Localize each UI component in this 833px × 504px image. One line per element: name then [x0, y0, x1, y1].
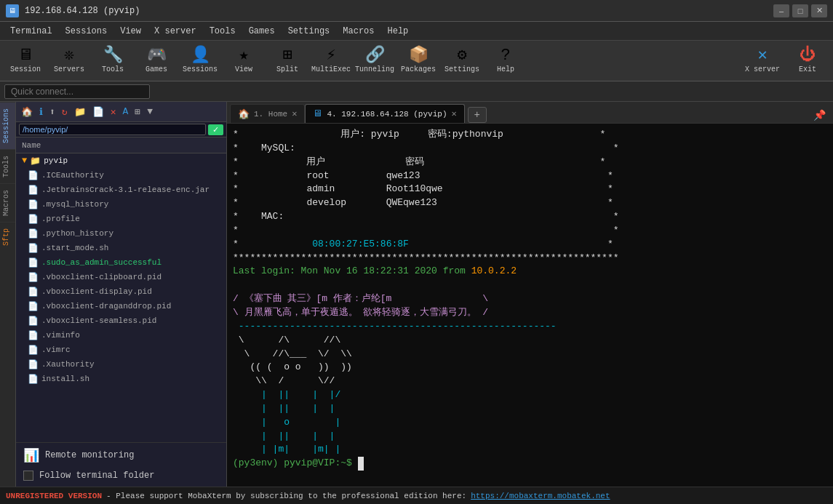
- terminal-area: 🏠 1. Home ✕ 🖥 4. 192.168.64.128 (pyvip) …: [227, 102, 833, 487]
- list-item[interactable]: 📄.vboxclient-seamless.pid: [16, 313, 226, 328]
- toolbar-btn-x-server[interactable]: ✕X server: [741, 43, 784, 79]
- view-icon: ★: [239, 48, 248, 64]
- toolbar-btn-servers[interactable]: ❊Servers: [48, 43, 90, 79]
- main-layout: Sessions Tools Macros Sftp 🏠 ℹ ⬆ ↻ 📁 📄 ✕…: [0, 102, 833, 487]
- list-item[interactable]: 📄.vboxclient-clipboard.pid: [16, 270, 226, 284]
- ssh-tab-icon: 🖥: [313, 108, 322, 119]
- remote-monitoring[interactable]: 📊 Remote monitoring: [16, 443, 226, 468]
- follow-terminal-checkbox[interactable]: [23, 471, 33, 481]
- toolbar-btn-games[interactable]: 🎮Games: [135, 43, 178, 79]
- monitor-icon: 📊: [23, 447, 39, 463]
- path-ok-button[interactable]: ✓: [208, 124, 223, 135]
- list-item[interactable]: 📄.mysql_history: [16, 197, 226, 212]
- toolbar-btn-exit[interactable]: ⏻Exit: [786, 43, 829, 79]
- fb-more-btn[interactable]: ▼: [145, 105, 155, 119]
- toolbar-btn-session[interactable]: 🖥Session: [4, 43, 47, 79]
- fb-text-btn[interactable]: A: [120, 105, 130, 119]
- tab-home-close[interactable]: ✕: [292, 108, 297, 119]
- list-item[interactable]: 📄.Xauthority: [16, 357, 226, 372]
- toolbar-btn-view[interactable]: ★View: [223, 43, 265, 79]
- menu-item-help[interactable]: Help: [382, 25, 415, 38]
- window-controls: – □ ✕: [773, 4, 827, 17]
- fb-info-btn[interactable]: ℹ: [37, 105, 45, 119]
- list-item[interactable]: 📄.vimrc: [16, 343, 226, 357]
- help-icon: ?: [501, 48, 510, 64]
- tab-ssh-close[interactable]: ✕: [451, 108, 456, 119]
- tab-pin-icon[interactable]: 📌: [809, 108, 830, 123]
- quick-connect-bar: [0, 81, 833, 102]
- list-item[interactable]: ▼ 📁 pyvip: [16, 153, 226, 168]
- title-bar-left: 🖥 192.168.64.128 (pyvip): [6, 4, 140, 17]
- list-item[interactable]: 📄.profile: [16, 212, 226, 226]
- session-icon: 🖥: [17, 48, 33, 64]
- tab-home[interactable]: 🏠 1. Home ✕: [230, 104, 305, 123]
- fb-refresh-btn[interactable]: ↻: [60, 105, 70, 119]
- file-browser-toolbar: 🏠 ℹ ⬆ ↻ 📁 📄 ✕ A ⊞ ▼: [16, 102, 226, 122]
- list-item[interactable]: 📄.sudo_as_admin_successful: [16, 255, 226, 270]
- fb-new-file-btn[interactable]: 📄: [90, 105, 106, 119]
- quick-connect-input[interactable]: [4, 84, 150, 99]
- tools-icon: 🔧: [103, 48, 123, 64]
- sidebar-tab-sftp[interactable]: Sftp: [0, 222, 15, 252]
- list-item[interactable]: 📄install.sh: [16, 372, 226, 386]
- list-item[interactable]: 📄.vboxclient-display.pid: [16, 284, 226, 299]
- toolbar-right: ✕X server⏻Exit: [741, 43, 829, 79]
- menu-item-terminal[interactable]: Terminal: [4, 25, 58, 38]
- sidebar-tab-sessions[interactable]: Sessions: [0, 102, 15, 149]
- toolbar-btn-settings[interactable]: ⚙Settings: [441, 43, 483, 79]
- menu-item-macros[interactable]: Macros: [337, 25, 380, 38]
- menu-item-games[interactable]: Games: [243, 25, 281, 38]
- list-item[interactable]: 📄.viminfo: [16, 328, 226, 343]
- packages-icon: 📦: [409, 48, 429, 64]
- fb-up-btn[interactable]: ⬆: [47, 105, 57, 119]
- fb-folder-btn[interactable]: 📁: [72, 105, 88, 119]
- tab-ssh[interactable]: 🖥 4. 192.168.64.128 (pyvip) ✕: [305, 104, 464, 123]
- minimize-button[interactable]: –: [773, 4, 789, 17]
- follow-terminal-folder[interactable]: Follow terminal folder: [16, 468, 226, 487]
- terminal-cursor: [358, 457, 364, 471]
- remote-monitoring-label: Remote monitoring: [45, 450, 134, 460]
- app-icon: 🖥: [6, 4, 19, 17]
- sidebar-tab-macros[interactable]: Macros: [0, 183, 15, 222]
- path-input[interactable]: [19, 124, 206, 135]
- menu-item-tools[interactable]: Tools: [204, 25, 242, 38]
- servers-icon: ❊: [64, 48, 73, 64]
- menu-item-sessions[interactable]: Sessions: [60, 25, 113, 38]
- toolbar-btn-tunneling[interactable]: 🔗Tunneling: [354, 43, 396, 79]
- list-item[interactable]: 📄.JetbrainsCrack-3.1-release-enc.jar: [16, 183, 226, 197]
- status-link[interactable]: https://mobaxterm.mobatek.net: [471, 492, 610, 500]
- x server-icon: ✕: [757, 48, 767, 64]
- toolbar: 🖥Session❊Servers🔧Tools🎮Games👤Sessions★Vi…: [0, 41, 833, 81]
- list-item[interactable]: 📄.ICEauthority: [16, 168, 226, 183]
- name-column-header: Name: [22, 141, 41, 150]
- split-icon: ⊞: [282, 48, 292, 64]
- toolbar-btn-help[interactable]: ?Help: [485, 43, 527, 79]
- title-bar: 🖥 192.168.64.128 (pyvip) – □ ✕: [0, 0, 833, 22]
- toolbar-btn-sessions[interactable]: 👤Sessions: [179, 43, 221, 79]
- multiexec-icon: ⚡: [326, 48, 335, 64]
- window-title: 192.168.64.128 (pyvip): [25, 6, 140, 16]
- toolbar-btn-packages[interactable]: 📦Packages: [397, 43, 439, 79]
- fb-home-btn[interactable]: 🏠: [19, 105, 35, 119]
- toolbar-btn-split[interactable]: ⊞Split: [266, 43, 308, 79]
- menu-item-settings[interactable]: Settings: [282, 25, 336, 38]
- toolbar-buttons: 🖥Session❊Servers🔧Tools🎮Games👤Sessions★Vi…: [4, 43, 527, 79]
- menu-item-view[interactable]: View: [114, 25, 147, 38]
- list-item[interactable]: 📄.python_history: [16, 226, 226, 241]
- terminal-content[interactable]: * 用户: pyvip 密码:pythonvip * * MySQL: * * …: [227, 124, 833, 487]
- exit-icon: ⏻: [800, 48, 816, 64]
- toolbar-btn-tools[interactable]: 🔧Tools: [92, 43, 134, 79]
- tab-add-button[interactable]: +: [468, 107, 487, 123]
- list-item[interactable]: 📄.vboxclient-draganddrop.pid: [16, 299, 226, 313]
- fb-split-btn[interactable]: ⊞: [132, 105, 143, 119]
- toolbar-btn-multiexec[interactable]: ⚡MultiExec: [310, 43, 352, 79]
- follow-terminal-label: Follow terminal folder: [39, 471, 154, 481]
- maximize-button[interactable]: □: [792, 4, 808, 17]
- fb-delete-btn[interactable]: ✕: [108, 105, 119, 119]
- close-button[interactable]: ✕: [811, 4, 827, 17]
- sidebar-tab-tools[interactable]: Tools: [0, 149, 15, 183]
- file-browser: 🏠 ℹ ⬆ ↻ 📁 📄 ✕ A ⊞ ▼ ✓ Name ▼ 📁 pyvip: [16, 102, 227, 487]
- status-bar: UNREGISTERED VERSION - Please support Mo…: [0, 487, 833, 504]
- menu-item-x server[interactable]: X server: [148, 25, 202, 38]
- list-item[interactable]: 📄.start_mode.sh: [16, 241, 226, 255]
